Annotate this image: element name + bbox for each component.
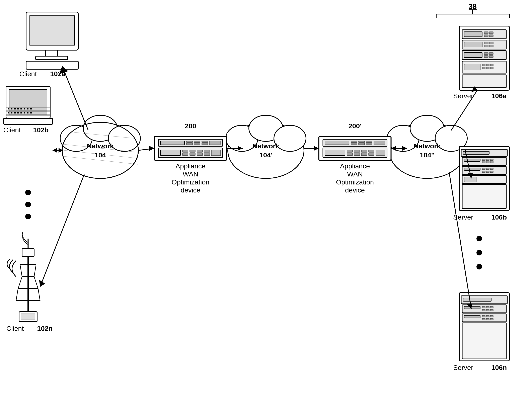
- svg-text:104": 104": [420, 151, 435, 159]
- svg-text:device: device: [181, 186, 200, 194]
- svg-rect-167: [482, 315, 485, 317]
- svg-rect-116: [489, 45, 493, 47]
- svg-rect-87: [351, 143, 357, 145]
- svg-rect-71: [209, 141, 220, 145]
- svg-rect-20: [14, 112, 16, 113]
- svg-rect-145: [482, 168, 485, 170]
- svg-rect-82: [211, 150, 221, 156]
- svg-rect-169: [490, 315, 493, 317]
- svg-text:200: 200: [185, 122, 196, 130]
- svg-rect-134: [463, 151, 489, 154]
- svg-rect-24: [27, 108, 28, 110]
- svg-text:104: 104: [95, 151, 106, 159]
- svg-text:106a: 106a: [491, 92, 507, 100]
- svg-rect-137: [482, 159, 485, 161]
- svg-point-200: [25, 202, 31, 207]
- svg-rect-67: [194, 141, 200, 143]
- svg-rect-15: [11, 108, 12, 110]
- svg-rect-73: [160, 150, 180, 156]
- svg-text:38: 38: [469, 2, 477, 11]
- svg-text:Network: Network: [87, 142, 114, 150]
- svg-rect-75: [182, 153, 188, 156]
- svg-rect-1: [30, 16, 75, 45]
- svg-rect-147: [490, 168, 493, 170]
- svg-rect-115: [484, 45, 488, 47]
- svg-rect-153: [462, 185, 506, 208]
- svg-rect-10: [4, 118, 53, 124]
- svg-rect-141: [486, 161, 489, 163]
- svg-rect-149: [486, 171, 489, 173]
- svg-rect-158: [464, 306, 480, 309]
- svg-point-202: [476, 236, 482, 242]
- svg-rect-161: [490, 306, 493, 308]
- svg-rect-101: [369, 150, 374, 152]
- svg-marker-178: [53, 148, 57, 153]
- svg-rect-14: [8, 108, 9, 110]
- svg-text:Network: Network: [414, 142, 440, 150]
- svg-marker-183: [149, 146, 154, 151]
- svg-text:106n: 106n: [491, 364, 507, 371]
- svg-rect-88: [359, 141, 364, 143]
- diagram-container: 38 Client 102a Client 102b Client 102n N…: [0, 0, 532, 409]
- svg-rect-70: [202, 143, 208, 145]
- svg-rect-114: [489, 42, 493, 44]
- svg-text:Server: Server: [453, 213, 473, 221]
- svg-text:WAN: WAN: [183, 170, 198, 178]
- svg-rect-99: [361, 150, 367, 152]
- svg-rect-26: [20, 112, 22, 113]
- svg-rect-107: [484, 32, 488, 34]
- svg-rect-3: [36, 56, 68, 60]
- svg-rect-173: [462, 323, 506, 359]
- svg-rect-131: [462, 75, 506, 88]
- svg-text:102b: 102b: [33, 126, 49, 134]
- svg-rect-100: [361, 153, 367, 156]
- svg-rect-140: [482, 161, 485, 163]
- svg-rect-142: [490, 161, 493, 163]
- svg-point-204: [476, 264, 482, 270]
- svg-rect-108: [489, 32, 493, 34]
- svg-rect-18: [8, 112, 9, 113]
- svg-rect-163: [486, 309, 489, 311]
- svg-point-201: [25, 214, 31, 219]
- svg-rect-69: [202, 141, 208, 143]
- svg-text:Server: Server: [453, 364, 473, 371]
- svg-rect-166: [464, 315, 480, 318]
- svg-text:device: device: [345, 186, 365, 194]
- svg-rect-2: [46, 50, 58, 56]
- svg-rect-79: [197, 153, 203, 156]
- svg-rect-25: [30, 108, 32, 110]
- svg-rect-68: [194, 143, 200, 145]
- svg-rect-171: [486, 318, 489, 320]
- svg-text:Server: Server: [453, 92, 473, 100]
- svg-rect-170: [482, 318, 485, 320]
- svg-rect-129: [486, 67, 489, 69]
- svg-rect-28: [27, 112, 28, 113]
- svg-rect-19: [11, 112, 12, 113]
- svg-rect-103: [376, 150, 385, 156]
- svg-rect-150: [490, 171, 493, 173]
- svg-text:Network: Network: [252, 142, 279, 150]
- svg-rect-126: [486, 64, 489, 66]
- svg-rect-136: [464, 159, 480, 161]
- svg-line-39: [16, 289, 18, 301]
- svg-rect-90: [366, 141, 372, 143]
- svg-marker-188: [314, 146, 319, 151]
- svg-rect-162: [482, 309, 485, 311]
- svg-line-38: [34, 277, 38, 289]
- svg-rect-146: [486, 168, 489, 170]
- svg-text:Optimization: Optimization: [336, 178, 374, 186]
- svg-line-175: [62, 66, 88, 130]
- svg-line-35: [20, 265, 22, 277]
- svg-rect-112: [464, 42, 482, 47]
- svg-rect-164: [490, 309, 493, 311]
- svg-rect-138: [486, 159, 489, 161]
- svg-rect-168: [486, 315, 489, 317]
- svg-text:102n: 102n: [37, 325, 53, 332]
- svg-rect-109: [484, 35, 488, 37]
- svg-rect-17: [17, 108, 19, 110]
- svg-text:200': 200': [348, 122, 362, 130]
- svg-rect-97: [354, 150, 360, 152]
- svg-rect-130: [490, 67, 493, 69]
- svg-rect-65: [187, 141, 193, 143]
- svg-text:Client: Client: [19, 70, 37, 78]
